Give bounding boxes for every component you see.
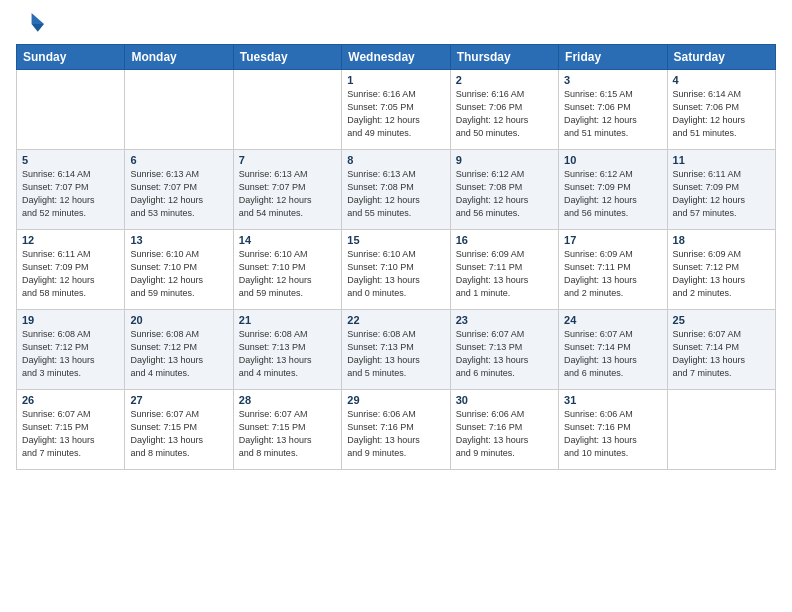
day-number: 31 [564,394,661,406]
day-info: Sunrise: 6:07 AM Sunset: 7:15 PM Dayligh… [22,408,119,460]
calendar-week-row: 12Sunrise: 6:11 AM Sunset: 7:09 PM Dayli… [17,230,776,310]
day-number: 14 [239,234,336,246]
day-info: Sunrise: 6:07 AM Sunset: 7:15 PM Dayligh… [239,408,336,460]
calendar-day-11: 11Sunrise: 6:11 AM Sunset: 7:09 PM Dayli… [667,150,775,230]
day-number: 2 [456,74,553,86]
day-info: Sunrise: 6:12 AM Sunset: 7:08 PM Dayligh… [456,168,553,220]
calendar-day-8: 8Sunrise: 6:13 AM Sunset: 7:08 PM Daylig… [342,150,450,230]
calendar-day-1: 1Sunrise: 6:16 AM Sunset: 7:05 PM Daylig… [342,70,450,150]
day-info: Sunrise: 6:16 AM Sunset: 7:05 PM Dayligh… [347,88,444,140]
day-info: Sunrise: 6:08 AM Sunset: 7:12 PM Dayligh… [130,328,227,380]
calendar-day-16: 16Sunrise: 6:09 AM Sunset: 7:11 PM Dayli… [450,230,558,310]
day-info: Sunrise: 6:16 AM Sunset: 7:06 PM Dayligh… [456,88,553,140]
calendar-day-17: 17Sunrise: 6:09 AM Sunset: 7:11 PM Dayli… [559,230,667,310]
day-number: 3 [564,74,661,86]
calendar-day-6: 6Sunrise: 6:13 AM Sunset: 7:07 PM Daylig… [125,150,233,230]
calendar-day-9: 9Sunrise: 6:12 AM Sunset: 7:08 PM Daylig… [450,150,558,230]
day-number: 27 [130,394,227,406]
day-info: Sunrise: 6:13 AM Sunset: 7:07 PM Dayligh… [130,168,227,220]
day-number: 17 [564,234,661,246]
calendar-table: SundayMondayTuesdayWednesdayThursdayFrid… [16,44,776,470]
weekday-header-saturday: Saturday [667,45,775,70]
day-number: 12 [22,234,119,246]
day-number: 25 [673,314,770,326]
day-number: 26 [22,394,119,406]
day-number: 1 [347,74,444,86]
day-info: Sunrise: 6:14 AM Sunset: 7:06 PM Dayligh… [673,88,770,140]
day-info: Sunrise: 6:07 AM Sunset: 7:14 PM Dayligh… [673,328,770,380]
day-number: 21 [239,314,336,326]
day-info: Sunrise: 6:09 AM Sunset: 7:12 PM Dayligh… [673,248,770,300]
day-info: Sunrise: 6:06 AM Sunset: 7:16 PM Dayligh… [347,408,444,460]
calendar-day-21: 21Sunrise: 6:08 AM Sunset: 7:13 PM Dayli… [233,310,341,390]
weekday-header-sunday: Sunday [17,45,125,70]
day-number: 5 [22,154,119,166]
day-info: Sunrise: 6:07 AM Sunset: 7:15 PM Dayligh… [130,408,227,460]
calendar-day-20: 20Sunrise: 6:08 AM Sunset: 7:12 PM Dayli… [125,310,233,390]
day-number: 4 [673,74,770,86]
calendar-week-row: 1Sunrise: 6:16 AM Sunset: 7:05 PM Daylig… [17,70,776,150]
page: SundayMondayTuesdayWednesdayThursdayFrid… [0,0,792,612]
weekday-header-tuesday: Tuesday [233,45,341,70]
calendar-day-22: 22Sunrise: 6:08 AM Sunset: 7:13 PM Dayli… [342,310,450,390]
day-info: Sunrise: 6:09 AM Sunset: 7:11 PM Dayligh… [564,248,661,300]
header [16,10,776,38]
calendar-day-18: 18Sunrise: 6:09 AM Sunset: 7:12 PM Dayli… [667,230,775,310]
calendar-day-3: 3Sunrise: 6:15 AM Sunset: 7:06 PM Daylig… [559,70,667,150]
day-number: 10 [564,154,661,166]
day-number: 7 [239,154,336,166]
calendar-day-15: 15Sunrise: 6:10 AM Sunset: 7:10 PM Dayli… [342,230,450,310]
calendar-day-10: 10Sunrise: 6:12 AM Sunset: 7:09 PM Dayli… [559,150,667,230]
day-number: 6 [130,154,227,166]
day-info: Sunrise: 6:06 AM Sunset: 7:16 PM Dayligh… [564,408,661,460]
logo-icon [16,10,44,38]
day-info: Sunrise: 6:14 AM Sunset: 7:07 PM Dayligh… [22,168,119,220]
day-number: 28 [239,394,336,406]
day-info: Sunrise: 6:12 AM Sunset: 7:09 PM Dayligh… [564,168,661,220]
calendar-day-5: 5Sunrise: 6:14 AM Sunset: 7:07 PM Daylig… [17,150,125,230]
calendar-week-row: 19Sunrise: 6:08 AM Sunset: 7:12 PM Dayli… [17,310,776,390]
day-info: Sunrise: 6:10 AM Sunset: 7:10 PM Dayligh… [239,248,336,300]
calendar-day-26: 26Sunrise: 6:07 AM Sunset: 7:15 PM Dayli… [17,390,125,470]
weekday-header-monday: Monday [125,45,233,70]
day-info: Sunrise: 6:06 AM Sunset: 7:16 PM Dayligh… [456,408,553,460]
day-number: 13 [130,234,227,246]
day-number: 11 [673,154,770,166]
day-info: Sunrise: 6:07 AM Sunset: 7:13 PM Dayligh… [456,328,553,380]
day-number: 23 [456,314,553,326]
weekday-header-wednesday: Wednesday [342,45,450,70]
day-info: Sunrise: 6:11 AM Sunset: 7:09 PM Dayligh… [22,248,119,300]
day-number: 24 [564,314,661,326]
calendar-empty-cell [125,70,233,150]
calendar-day-23: 23Sunrise: 6:07 AM Sunset: 7:13 PM Dayli… [450,310,558,390]
calendar-day-28: 28Sunrise: 6:07 AM Sunset: 7:15 PM Dayli… [233,390,341,470]
calendar-day-7: 7Sunrise: 6:13 AM Sunset: 7:07 PM Daylig… [233,150,341,230]
calendar-day-27: 27Sunrise: 6:07 AM Sunset: 7:15 PM Dayli… [125,390,233,470]
day-info: Sunrise: 6:08 AM Sunset: 7:13 PM Dayligh… [347,328,444,380]
calendar-empty-cell [667,390,775,470]
calendar-day-24: 24Sunrise: 6:07 AM Sunset: 7:14 PM Dayli… [559,310,667,390]
calendar-day-2: 2Sunrise: 6:16 AM Sunset: 7:06 PM Daylig… [450,70,558,150]
calendar-day-31: 31Sunrise: 6:06 AM Sunset: 7:16 PM Dayli… [559,390,667,470]
day-number: 30 [456,394,553,406]
day-info: Sunrise: 6:15 AM Sunset: 7:06 PM Dayligh… [564,88,661,140]
day-info: Sunrise: 6:08 AM Sunset: 7:12 PM Dayligh… [22,328,119,380]
calendar-day-14: 14Sunrise: 6:10 AM Sunset: 7:10 PM Dayli… [233,230,341,310]
calendar-week-row: 26Sunrise: 6:07 AM Sunset: 7:15 PM Dayli… [17,390,776,470]
calendar-day-19: 19Sunrise: 6:08 AM Sunset: 7:12 PM Dayli… [17,310,125,390]
calendar-day-25: 25Sunrise: 6:07 AM Sunset: 7:14 PM Dayli… [667,310,775,390]
day-number: 22 [347,314,444,326]
weekday-header-thursday: Thursday [450,45,558,70]
calendar-day-13: 13Sunrise: 6:10 AM Sunset: 7:10 PM Dayli… [125,230,233,310]
calendar-week-row: 5Sunrise: 6:14 AM Sunset: 7:07 PM Daylig… [17,150,776,230]
day-info: Sunrise: 6:13 AM Sunset: 7:07 PM Dayligh… [239,168,336,220]
day-number: 29 [347,394,444,406]
calendar-day-30: 30Sunrise: 6:06 AM Sunset: 7:16 PM Dayli… [450,390,558,470]
day-info: Sunrise: 6:09 AM Sunset: 7:11 PM Dayligh… [456,248,553,300]
calendar-empty-cell [17,70,125,150]
weekday-header-row: SundayMondayTuesdayWednesdayThursdayFrid… [17,45,776,70]
calendar-day-12: 12Sunrise: 6:11 AM Sunset: 7:09 PM Dayli… [17,230,125,310]
day-info: Sunrise: 6:08 AM Sunset: 7:13 PM Dayligh… [239,328,336,380]
day-number: 15 [347,234,444,246]
weekday-header-friday: Friday [559,45,667,70]
